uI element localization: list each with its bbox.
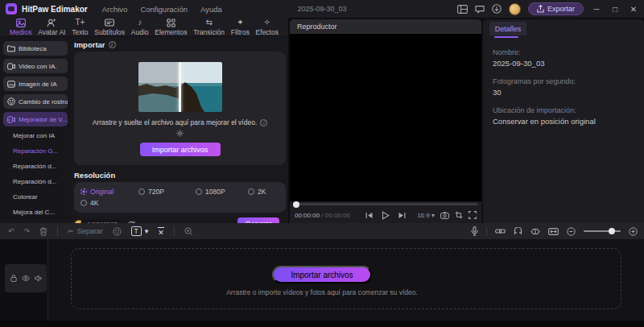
- tab-transicion[interactable]: ⇆ Transición: [193, 19, 225, 36]
- tab-texto[interactable]: T+ Texto: [72, 19, 88, 36]
- feedback-icon[interactable]: [475, 5, 485, 14]
- radio-dot: [138, 188, 145, 195]
- subtitles-icon: [105, 19, 114, 27]
- seekbar-knob[interactable]: [293, 201, 299, 208]
- eye-icon[interactable]: [22, 275, 30, 281]
- radio-dot: [80, 188, 87, 195]
- import-dropzone[interactable]: Arrastre y suelte el archivo aquí para m…: [74, 52, 286, 165]
- left-panel: Biblioteca Video con IA. Imagen de IA Ca…: [0, 37, 288, 223]
- info-icon[interactable]: i: [260, 119, 267, 126]
- tab-efectos[interactable]: ✧ Efectos: [256, 19, 279, 36]
- link-icon[interactable]: [495, 228, 506, 234]
- transition-icon: ⇆: [205, 19, 212, 27]
- tab-subtitulos[interactable]: Subtítulos: [94, 19, 125, 36]
- zoom-out-icon[interactable]: [567, 227, 576, 236]
- ai-image-icon: [7, 81, 15, 88]
- sidebar-item-video-con-ia[interactable]: Video con IA.: [3, 59, 68, 73]
- toolbar-divider: [57, 227, 58, 236]
- split-tool[interactable]: ✂ Separar: [68, 227, 103, 235]
- text-tool[interactable]: T ▾: [131, 226, 149, 236]
- timeline-zoom-slider[interactable]: [584, 230, 621, 232]
- fit-timeline-icon[interactable]: [548, 228, 559, 235]
- next-frame-icon[interactable]: [398, 212, 406, 219]
- sidebar-subitem-reparacion-d1[interactable]: Reparación d...: [3, 160, 68, 172]
- redo-icon[interactable]: ↷: [24, 227, 31, 235]
- user-avatar[interactable]: [509, 3, 521, 15]
- maximize-button[interactable]: □: [609, 5, 621, 14]
- tab-detalles[interactable]: Detalles: [489, 22, 526, 35]
- text-icon: T+: [75, 19, 85, 27]
- radio-original[interactable]: Original: [80, 188, 138, 196]
- resolution-title: Resolución: [74, 170, 287, 180]
- project-title: 2025-09-30_03: [297, 5, 346, 13]
- radio-720p[interactable]: 720P: [138, 188, 196, 196]
- bottom-scrollbar-track[interactable]: [0, 321, 644, 327]
- sidebar: Biblioteca Video con IA. Imagen de IA Ca…: [0, 37, 71, 223]
- sidebar-item-biblioteca[interactable]: Biblioteca: [3, 41, 68, 56]
- menubar: Archivo Configuración Ayuda: [102, 5, 222, 14]
- sidebar-subitem-reparacion-g[interactable]: Reparación G...: [3, 145, 68, 157]
- snapshot-icon[interactable]: [440, 212, 449, 219]
- marker-icon[interactable]: [530, 228, 540, 235]
- minimize-button[interactable]: ─: [591, 5, 602, 14]
- radio-dot: [80, 200, 87, 206]
- zoom-tool-icon[interactable]: [184, 227, 193, 236]
- export-button[interactable]: Exportar: [528, 2, 584, 15]
- timecode: 00:00:00 / 00:00:00: [295, 212, 350, 219]
- import-files-button[interactable]: Importar archivos: [140, 143, 221, 156]
- tab-filtros[interactable]: ✦ Filtros: [231, 19, 250, 36]
- tab-avatar-ai[interactable]: Avatar AI: [38, 19, 65, 36]
- timeline-import-button[interactable]: Importar archivos: [272, 266, 372, 284]
- sidebar-item-mejorador-de-video[interactable]: Mejorador de V...: [3, 112, 68, 126]
- player-seekbar[interactable]: [293, 203, 478, 205]
- tab-medios[interactable]: Medios: [10, 19, 31, 36]
- radio-2k[interactable]: 2K: [248, 188, 266, 196]
- close-button[interactable]: ✕: [628, 5, 639, 14]
- mute-icon[interactable]: [35, 275, 42, 282]
- scissors-icon: ✂: [68, 227, 74, 235]
- menu-configuracion[interactable]: Configuración: [140, 5, 188, 14]
- fullscreen-icon[interactable]: [469, 211, 477, 219]
- timeline-hint: Arrastre o importe vídeos y fotos aquí p…: [0, 288, 644, 296]
- download-icon[interactable]: [492, 4, 502, 14]
- menu-ayuda[interactable]: Ayuda: [200, 5, 222, 14]
- magnet-icon[interactable]: [514, 227, 522, 235]
- resolution-row-1: Original 720P 1080P 2K: [80, 186, 279, 197]
- layout-icon[interactable]: [457, 5, 468, 14]
- radio-1080p[interactable]: 1080P: [196, 188, 248, 196]
- zoom-slider-knob[interactable]: [609, 228, 615, 234]
- player-right-controls: 16:9 ▾: [417, 211, 477, 219]
- sidebar-subitem-colorear[interactable]: Colorear: [3, 191, 68, 203]
- drop-hint-text: Arrastre y suelte el archivo aquí para m…: [93, 118, 258, 126]
- tab-elementos[interactable]: Elementos: [155, 19, 187, 36]
- previous-frame-icon[interactable]: [365, 212, 373, 219]
- sticker-tool-icon[interactable]: [113, 227, 122, 236]
- radio-4k[interactable]: 4K: [80, 199, 98, 207]
- sidebar-subitem-reparacion-d2[interactable]: Reparación d...: [3, 176, 68, 188]
- sidebar-subitem-mejora-del-c[interactable]: Mejora del C...: [3, 206, 68, 218]
- remove-marker-icon[interactable]: ✕: [158, 227, 164, 236]
- undo-icon[interactable]: ↶: [8, 227, 14, 235]
- media-tabbar: Medios Avatar AI T+ Texto Subtítulos ♪ A…: [0, 18, 288, 37]
- trash-icon[interactable]: [39, 227, 47, 236]
- crop-icon[interactable]: [455, 211, 463, 219]
- sidebar-item-cambio-de-rostro[interactable]: Cambio de rostro: [3, 94, 68, 109]
- info-icon[interactable]: i: [109, 41, 116, 48]
- toolbar-right-group: [471, 226, 638, 236]
- player-panel: Reproductor 00:00:00 / 00:00:00 16:9 ▾: [290, 19, 481, 223]
- player-header: Reproductor: [290, 19, 481, 34]
- sidebar-item-imagen-de-ia[interactable]: Imagen de IA: [3, 77, 68, 91]
- zoom-in-icon[interactable]: [629, 227, 638, 236]
- tab-audio[interactable]: ♪ Audio: [131, 19, 149, 36]
- split-label: Separar: [77, 227, 103, 235]
- aspect-ratio-select[interactable]: 16:9 ▾: [417, 212, 435, 219]
- lock-icon[interactable]: [10, 275, 17, 282]
- video-enhancer-icon: [7, 116, 15, 123]
- sidebar-subitem-mejorar-con-ia[interactable]: Mejorar con IA: [3, 130, 68, 142]
- comparison-divider: [179, 62, 181, 112]
- microphone-icon[interactable]: [471, 226, 478, 236]
- app-logo-icon: [6, 3, 17, 14]
- gear-icon[interactable]: [176, 130, 184, 137]
- play-icon[interactable]: [382, 211, 390, 220]
- menu-archivo[interactable]: Archivo: [102, 5, 128, 14]
